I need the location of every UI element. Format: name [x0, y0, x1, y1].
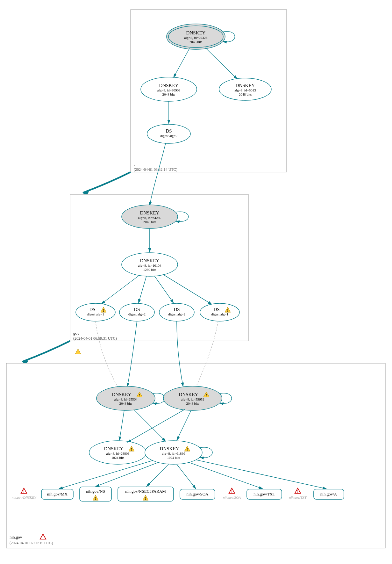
- svg-text:1024 bits: 1024 bits: [111, 456, 125, 459]
- svg-text:digest alg=1: digest alg=1: [87, 312, 104, 316]
- svg-text:alg=8, id=61836: alg=8, id=61836: [162, 452, 185, 455]
- svg-text:alg=8, id=25564: alg=8, id=25564: [114, 397, 138, 401]
- svg-text:1024 bits: 1024 bits: [167, 456, 180, 459]
- svg-text:alg=8, id=64280: alg=8, id=64280: [138, 216, 161, 220]
- svg-text:DS: DS: [134, 307, 140, 312]
- svg-text:2048 bits: 2048 bits: [143, 220, 156, 224]
- svg-text:2048 bits: 2048 bits: [189, 40, 203, 44]
- svg-text:DNSKEY: DNSKEY: [159, 83, 179, 88]
- zone-root-time: (2024-04-01 03:32:14 UTC): [134, 167, 177, 172]
- zone-root-label: .: [134, 162, 135, 167]
- err-soa: nih.gov/SOA: [223, 495, 241, 499]
- svg-text:2048 bits: 2048 bits: [162, 92, 175, 96]
- svg-text:alg=8, id=20326: alg=8, id=20326: [184, 36, 208, 40]
- svg-text:DNSKEY: DNSKEY: [140, 258, 160, 263]
- warning-icon: [75, 349, 81, 354]
- dnssec-graph: ! ! . (2024-04-01 03:32:14 UTC) DNSKEY a…: [0, 0, 392, 564]
- svg-text:DNSKEY: DNSKEY: [104, 446, 124, 451]
- svg-text:alg=8, id=5613: alg=8, id=5613: [234, 88, 256, 92]
- svg-text:alg=8, id=59659: alg=8, id=59659: [181, 397, 204, 401]
- svg-text:nih.gov/SOA: nih.gov/SOA: [187, 492, 209, 496]
- svg-text:DS: DS: [166, 128, 172, 134]
- svg-text:nih.gov/NS: nih.gov/NS: [86, 489, 105, 494]
- svg-text:alg=8, id=10104: alg=8, id=10104: [138, 264, 161, 267]
- svg-text:DNSKEY: DNSKEY: [179, 392, 198, 397]
- svg-text:DNSKEY: DNSKEY: [236, 83, 255, 88]
- svg-text:digest alg=2: digest alg=2: [128, 312, 146, 316]
- delegation-arrow: [22, 341, 70, 362]
- svg-text:digest alg=1: digest alg=1: [211, 312, 228, 316]
- svg-text:alg=8, id=30903: alg=8, id=30903: [157, 88, 181, 92]
- zone-nih-label: nih.gov: [10, 535, 22, 539]
- delegation-arrow: [83, 172, 131, 193]
- svg-text:nih.gov/MX: nih.gov/MX: [47, 492, 68, 496]
- svg-text:DS: DS: [174, 307, 180, 312]
- svg-text:DNSKEY: DNSKEY: [140, 210, 160, 215]
- zone-gov-time: (2024-04-01 06:59:31 UTC): [73, 336, 117, 341]
- zone-nih-time: (2024-04-01 07:00:15 UTC): [10, 541, 53, 545]
- svg-text:nih.gov/TXT: nih.gov/TXT: [253, 492, 275, 496]
- svg-text:1280 bits: 1280 bits: [143, 268, 156, 271]
- svg-text:2048 bits: 2048 bits: [186, 401, 199, 405]
- svg-text:DS: DS: [89, 307, 95, 312]
- zone-gov-label: gov: [73, 331, 80, 336]
- svg-text:nih.gov/A: nih.gov/A: [320, 492, 337, 496]
- dnskey-root-ksk-title: DNSKEY: [186, 30, 206, 35]
- err-txt-rec: nih.gov/TXT: [289, 495, 307, 499]
- svg-text:digest alg=2: digest alg=2: [168, 312, 185, 316]
- svg-text:2048 bits: 2048 bits: [119, 401, 132, 405]
- svg-text:alg=8, id=28803: alg=8, id=28803: [106, 452, 130, 455]
- svg-text:2048 bits: 2048 bits: [239, 92, 252, 96]
- svg-text:DNSKEY: DNSKEY: [160, 446, 179, 451]
- svg-text:nih.gov/NSEC3PARAM: nih.gov/NSEC3PARAM: [125, 489, 166, 494]
- svg-text:DS: DS: [213, 307, 219, 312]
- svg-text:DNSKEY: DNSKEY: [112, 392, 132, 397]
- err-dnskey: nih.gov/DNSKEY: [12, 495, 37, 499]
- svg-text:digest alg=2: digest alg=2: [160, 134, 177, 138]
